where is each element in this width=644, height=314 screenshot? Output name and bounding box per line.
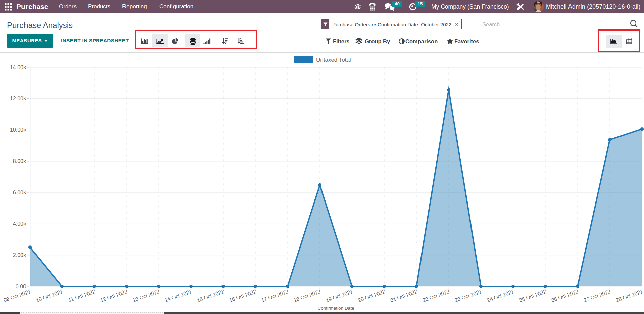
svg-text:14 Oct 2022: 14 Oct 2022 [164, 288, 193, 303]
svg-text:10.00k: 10.00k [10, 127, 27, 133]
svg-text:12.00k: 12.00k [10, 96, 27, 101]
svg-text:17 Oct 2022: 17 Oct 2022 [261, 288, 289, 303]
svg-text:22 Oct 2022: 22 Oct 2022 [422, 288, 450, 303]
svg-text:26 Oct 2022: 26 Oct 2022 [551, 288, 579, 303]
svg-text:28 Oct 2022: 28 Oct 2022 [615, 288, 644, 303]
svg-text:8.00k: 8.00k [13, 158, 27, 164]
svg-text:10 Oct 2022: 10 Oct 2022 [35, 288, 64, 303]
svg-text:2.00k: 2.00k [13, 252, 27, 258]
svg-text:25 Oct 2022: 25 Oct 2022 [518, 288, 547, 303]
svg-text:24 Oct 2022: 24 Oct 2022 [486, 288, 515, 303]
svg-text:6.00k: 6.00k [13, 190, 27, 195]
svg-text:11 Oct 2022: 11 Oct 2022 [68, 288, 96, 303]
svg-text:16 Oct 2022: 16 Oct 2022 [229, 288, 257, 303]
svg-text:21 Oct 2022: 21 Oct 2022 [390, 288, 418, 303]
svg-text:23 Oct 2022: 23 Oct 2022 [454, 288, 483, 303]
svg-text:12 Oct 2022: 12 Oct 2022 [100, 288, 128, 303]
svg-text:0.00: 0.00 [16, 284, 26, 289]
svg-text:09 Oct 2022: 09 Oct 2022 [3, 288, 32, 303]
svg-text:13 Oct 2022: 13 Oct 2022 [132, 288, 160, 303]
svg-text:18 Oct 2022: 18 Oct 2022 [293, 288, 321, 303]
svg-text:19 Oct 2022: 19 Oct 2022 [325, 288, 354, 303]
svg-text:Confirmation Date: Confirmation Date [318, 306, 354, 311]
svg-text:Untaxed Total: Untaxed Total [316, 57, 351, 63]
svg-text:14.00k: 14.00k [10, 64, 27, 70]
svg-text:27 Oct 2022: 27 Oct 2022 [583, 288, 611, 303]
svg-text:20 Oct 2022: 20 Oct 2022 [357, 288, 386, 303]
svg-text:4.00k: 4.00k [13, 221, 27, 227]
svg-text:15 Oct 2022: 15 Oct 2022 [196, 288, 225, 303]
